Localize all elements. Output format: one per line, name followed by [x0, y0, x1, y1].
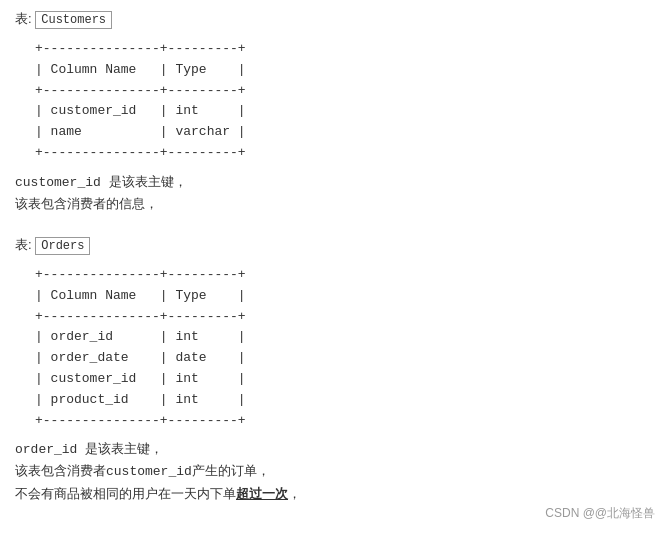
label-prefix: 表:	[15, 11, 35, 26]
description-line: customer_id 是该表主键，	[15, 172, 655, 194]
highlight-text: 超过一次	[236, 487, 288, 502]
description-line: 不会有商品被相同的用户在一天内下单超过一次，	[15, 484, 655, 506]
description-line: 该表包含消费者customer_id产生的订单，	[15, 461, 655, 483]
watermark: CSDN @@北海怪兽	[545, 505, 655, 522]
description-line: 该表包含消费者的信息，	[15, 194, 655, 216]
table-label-orders: 表: Orders	[15, 236, 655, 255]
table-section-orders: 表: Orders+---------------+---------+ | C…	[15, 236, 655, 506]
table-ascii-customers: +---------------+---------+ | Column Nam…	[15, 35, 655, 168]
table-section-customers: 表: Customers+---------------+---------+ …	[15, 10, 655, 216]
table-description-customers: customer_id 是该表主键，该表包含消费者的信息，	[15, 172, 655, 216]
table-description-orders: order_id 是该表主键，该表包含消费者customer_id产生的订单，不…	[15, 439, 655, 505]
label-prefix: 表:	[15, 237, 35, 252]
description-line: order_id 是该表主键，	[15, 439, 655, 461]
table-name-badge: Customers	[35, 11, 112, 29]
table-ascii-orders: +---------------+---------+ | Column Nam…	[15, 261, 655, 435]
table-label-customers: 表: Customers	[15, 10, 655, 29]
table-name-badge: Orders	[35, 237, 90, 255]
